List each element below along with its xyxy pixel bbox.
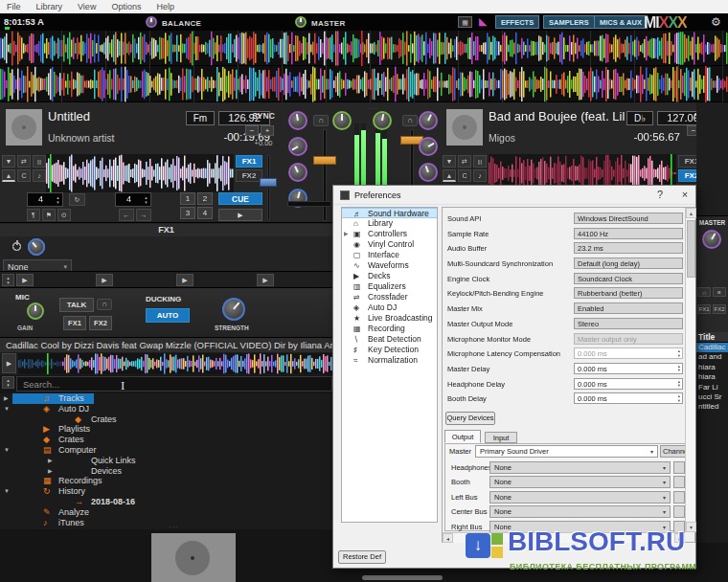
preferences-tree-item[interactable]: ∿ Waveforms [342, 260, 437, 271]
table-row[interactable]: hiara [696, 372, 728, 382]
deck1-fx2-assign-button[interactable]: FX2 [236, 169, 262, 182]
scroll-up-icon[interactable]: ▴ [686, 208, 696, 218]
table-row[interactable]: Far Li [696, 383, 728, 392]
mic-fx2-button[interactable]: FX2 [89, 316, 112, 330]
ducking-strength-knob[interactable] [222, 298, 245, 321]
ducking-auto-button[interactable]: AUTO [146, 308, 190, 323]
master-fx1-button[interactable]: FX1 [697, 304, 711, 314]
menu-item[interactable]: View [78, 2, 96, 11]
track-table-title-header[interactable]: Title [696, 332, 728, 343]
slip-power-icon[interactable]: ⊙ [57, 209, 71, 221]
deck2-key[interactable]: D♭ [626, 111, 653, 125]
scroll-left-icon[interactable]: ◂ [443, 533, 453, 543]
setting-value-combo[interactable]: Soundcard Clock [574, 273, 683, 284]
horizontal-scrollbar[interactable] [362, 575, 443, 580]
preferences-tree-item[interactable]: ▶ ▣ Controllers [342, 229, 437, 239]
preferences-tree-item[interactable]: ♬ Sound Hardware [342, 208, 437, 218]
master-eq-button[interactable]: ≡ [713, 287, 726, 297]
menu-item[interactable]: File [7, 2, 21, 11]
query-devices-button[interactable]: Query Devices [445, 412, 495, 425]
help-button[interactable]: ? [648, 186, 672, 204]
mic-gain-knob[interactable] [27, 302, 44, 320]
setting-value-combo[interactable]: 0.000 ms [574, 378, 683, 390]
quantize-icon[interactable]: ¶ [27, 209, 40, 221]
mics-aux-toggle-button[interactable]: MICS & AUX [594, 15, 648, 29]
preferences-tree-item[interactable]: ⌂ Library [342, 218, 437, 229]
table-row[interactable]: hiara [696, 363, 728, 372]
setting-value-combo[interactable]: 23.2 ms [574, 242, 683, 254]
preferences-tree-item[interactable]: ▶ Decks [342, 271, 437, 281]
preferences-tree-item[interactable]: ∖ Beat Detection [342, 334, 437, 345]
channels-button[interactable]: Channels [660, 445, 686, 458]
deck1-beatjump-size-spinbox[interactable]: 4 ▴▾ [115, 192, 151, 207]
passthrough-icon[interactable]: ▼ [2, 155, 15, 168]
output-device-combo[interactable]: None ▾ [489, 461, 671, 474]
beat-flag-icon[interactable]: ⚑ [42, 209, 56, 221]
expander-icon[interactable]: ▶ [344, 229, 349, 239]
sidebar-item[interactable]: ▶ ♫ Tracks [0, 393, 94, 404]
sampler-spinner[interactable]: ▴▾ [2, 274, 14, 286]
menu-item[interactable]: Help [156, 2, 174, 11]
ch1-quickeffect-knob[interactable] [332, 111, 352, 130]
sampler2-play-button[interactable]: ▶ [96, 274, 113, 286]
close-button[interactable]: × [672, 186, 697, 204]
ch2-eq-mid-knob[interactable] [419, 163, 438, 182]
output-device-combo[interactable]: None ▾ [489, 505, 671, 518]
master-device-combo[interactable]: Primary Sound Driver ▾ [475, 445, 658, 458]
slip-icon[interactable]: ||| [33, 155, 46, 168]
hotcue-button[interactable]: 1 [180, 192, 195, 205]
table-row[interactable]: Cadillac [696, 343, 728, 352]
hotcue-menu-icon[interactable]: C [17, 169, 31, 182]
keylock-icon[interactable]: ♪ [33, 169, 46, 182]
preferences-tree-item[interactable]: ▢ Interface [342, 250, 437, 260]
deck1-fx1-assign-button[interactable]: FX1 [236, 155, 262, 168]
hotcue-button[interactable]: 4 [197, 207, 213, 219]
splitter-handle[interactable]: ··· [169, 523, 179, 531]
master-strip-knob[interactable] [702, 230, 721, 249]
setting-value-combo[interactable]: 0.000 ms [574, 392, 683, 404]
channels-stub[interactable] [673, 505, 685, 518]
keylock-icon[interactable]: ♪ [473, 169, 487, 182]
preferences-tree-item[interactable]: ▦ Recording [342, 324, 437, 334]
waveform-toggle-icon[interactable]: ◣ [479, 15, 487, 28]
preferences-tree-item[interactable]: ▥ Equalizers [342, 281, 437, 292]
channels-stub[interactable] [673, 476, 685, 488]
effects-toggle-button[interactable]: EFFECTS [495, 15, 539, 29]
sidebar-item[interactable]: ▶ Devices [0, 466, 131, 477]
ch2-eq-high-knob[interactable] [419, 137, 438, 156]
crossfader[interactable] [287, 201, 331, 207]
overview-waveform-deck1[interactable] [0, 31, 728, 66]
menu-item[interactable]: Library [36, 2, 63, 11]
master-pfl-button[interactable]: ∩ [697, 287, 711, 297]
hotcue-menu-icon[interactable]: C [458, 169, 471, 182]
scrollbar-thumb[interactable] [687, 220, 695, 278]
sidebar-item[interactable]: ▶ Playlists [0, 424, 100, 435]
preferences-tree-item[interactable]: ⇌ Crossfader [342, 292, 437, 302]
deck1-beatjump-forward-button[interactable]: → [136, 209, 151, 221]
sidebar-item[interactable]: ◆ Crates [0, 414, 126, 425]
setting-value-combo[interactable]: Stereo [574, 318, 683, 329]
preferences-tree-item[interactable]: ♯ Key Detection [342, 345, 437, 355]
ch1-volume-fader[interactable] [323, 129, 327, 221]
gear-icon[interactable]: ⚙ [711, 15, 721, 29]
deck1-loop-size-spinbox[interactable]: 4 ▴▾ [27, 192, 63, 207]
setting-value-combo[interactable]: Rubberband (better) [574, 287, 683, 299]
preferences-tree-item[interactable]: ◈ Auto DJ [342, 302, 437, 313]
setting-value-combo[interactable]: Master output only [574, 333, 683, 345]
power-icon[interactable] [12, 242, 21, 251]
output-device-combo[interactable]: None ▾ [489, 491, 671, 504]
deck1-cue-button[interactable]: CUE [218, 192, 262, 205]
preferences-tree-item[interactable]: ≈ Normalization [342, 355, 437, 366]
deck1-waveform[interactable] [46, 154, 234, 192]
channels-stub[interactable] [673, 491, 685, 504]
setting-value-combo[interactable]: 0.000 ms [574, 347, 683, 359]
deck1-bpm-plus-button[interactable]: + [261, 125, 274, 136]
repeat-icon[interactable]: ⇄ [17, 155, 31, 168]
vertical-scrollbar[interactable]: ▴ ▾ [685, 208, 695, 532]
balance-knob[interactable] [146, 16, 157, 28]
sidebar-item[interactable]: ▼ ▤ Computer [0, 445, 106, 456]
expander-icon[interactable]: ▼ [4, 445, 10, 456]
preview-play-button[interactable]: ▶ [2, 353, 16, 373]
expander-icon[interactable]: ▼ [4, 486, 10, 497]
sidebar-item[interactable]: ▶ Quick Links [0, 456, 146, 466]
